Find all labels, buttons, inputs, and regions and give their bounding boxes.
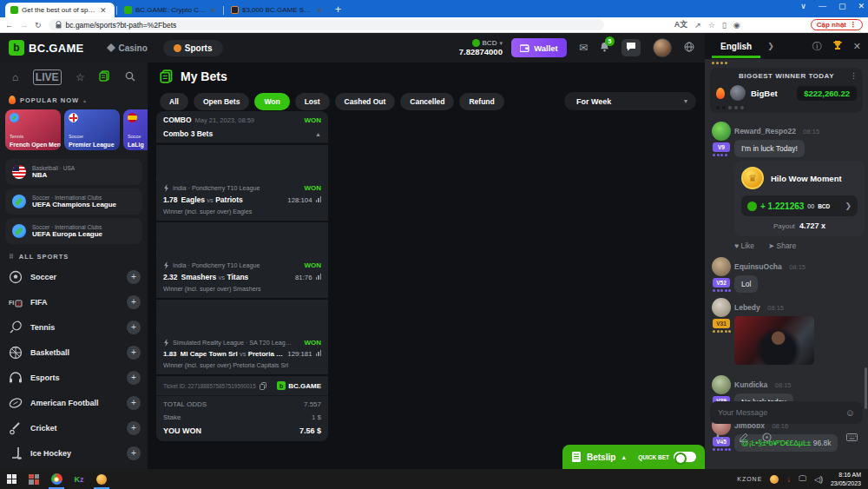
expand-plus-button[interactable]: +	[127, 320, 141, 334]
browser-tab[interactable]: $3,000 BC.GAME SPORTS PARLA ✕	[226, 3, 328, 17]
hilo-amount-row[interactable]: + 1.221263 00 BCD ❯	[741, 195, 858, 216]
avatar[interactable]	[712, 257, 731, 276]
sidebar-item-soccer[interactable]: Soccer +	[0, 264, 148, 289]
my-bets-icon[interactable]	[99, 70, 110, 84]
bookmark-star-icon[interactable]: ☆	[708, 21, 715, 30]
carousel-dots[interactable]	[716, 106, 857, 109]
expand-plus-button[interactable]: +	[127, 446, 141, 460]
combo-toggle[interactable]: Combo 3 Bets ▲	[156, 127, 328, 143]
user-avatar[interactable]	[653, 38, 672, 57]
chat-message-input[interactable]	[718, 408, 839, 417]
tab-all[interactable]: All	[160, 93, 188, 110]
stats-icon[interactable]	[316, 196, 322, 202]
tab-lost[interactable]: Lost	[295, 93, 330, 110]
stats-icon[interactable]	[316, 350, 322, 356]
popular-card-laliga[interactable]: Socce LaLig	[123, 109, 148, 150]
tab-cashed-out[interactable]: Cashed Out	[335, 93, 396, 110]
sidebar-item-tennis[interactable]: Tennis +	[0, 314, 148, 340]
info-icon[interactable]: ⓘ	[812, 40, 822, 53]
refresh-icon[interactable]: ↻	[35, 21, 42, 30]
message-username[interactable]: EquinsuOcha	[734, 262, 782, 271]
maximize-button[interactable]: ▢	[838, 2, 846, 10]
league-item-ucl[interactable]: Soccer · International Clubs UEFA Champi…	[5, 188, 142, 215]
sidebar-item-fifa[interactable]: FI21 FIFA +	[0, 289, 148, 314]
tab-won[interactable]: Won	[254, 93, 289, 110]
coin-app-icon[interactable]	[90, 469, 113, 489]
avatar[interactable]	[712, 375, 731, 394]
tab-open-bets[interactable]: Open Bets	[194, 93, 250, 110]
expand-plus-button[interactable]: +	[127, 371, 141, 385]
trophy-icon[interactable]	[832, 40, 843, 52]
search-icon[interactable]	[125, 71, 135, 84]
taskbar-app-icon[interactable]	[23, 469, 45, 489]
close-icon[interactable]: ✕	[853, 41, 861, 52]
chevron-right-icon[interactable]: ❯	[767, 42, 774, 50]
expand-plus-button[interactable]: +	[127, 421, 141, 435]
kebab-menu-icon[interactable]: ⋮	[850, 71, 858, 80]
avatar[interactable]	[712, 122, 731, 141]
league-item-uel[interactable]: Soccer · International Clubs UEFA Europa…	[5, 218, 142, 244]
quick-bet-toggle[interactable]	[674, 452, 696, 462]
avatar[interactable]	[712, 298, 731, 317]
url-bar[interactable]: bc.game/sports?bt-path=%2Fbets	[49, 19, 604, 30]
keyboard-icon[interactable]	[846, 433, 858, 443]
chrome-taskbar-icon[interactable]	[45, 469, 68, 489]
winner-row[interactable]: BigBet $222,260.22	[716, 85, 857, 101]
wallet-button[interactable]: Wallet	[511, 38, 567, 57]
sidebar-item-ice-hockey[interactable]: Ice Hockey +	[0, 440, 148, 466]
like-button[interactable]: ♥ Like	[734, 241, 754, 250]
betslip-bar[interactable]: Betslip ▲ QUICK BET	[562, 445, 705, 469]
balance-display[interactable]: BCD ▾ 7.82874000	[459, 39, 503, 56]
stats-icon[interactable]	[316, 274, 322, 280]
favorites-star-icon[interactable]: ☆	[76, 71, 85, 83]
network-icon[interactable]: 🖵	[799, 474, 806, 484]
expand-plus-button[interactable]: +	[127, 295, 141, 309]
notifications-bell-icon[interactable]: 5	[600, 42, 609, 55]
new-tab-button[interactable]: +	[335, 3, 341, 16]
tray-download-icon[interactable]: ↓	[786, 474, 791, 484]
chat-scrollbar[interactable]	[865, 367, 867, 409]
sidebar-item-american-football[interactable]: American Football +	[0, 390, 148, 415]
chat-gif[interactable]	[734, 316, 814, 365]
bcgame-logo[interactable]: b BC.GAME	[9, 40, 84, 56]
home-icon[interactable]: ⌂	[12, 71, 18, 83]
tab-cancelled[interactable]: Cancelled	[400, 93, 454, 110]
tab-search-icon[interactable]: ∨	[800, 2, 806, 10]
back-icon[interactable]: ←	[5, 21, 13, 30]
sidebar-item-cricket[interactable]: Cricket +	[0, 415, 148, 440]
translate-icon[interactable]: A文	[674, 19, 688, 30]
browser-update-button[interactable]: Cập nhật ⋮	[811, 19, 863, 30]
browser-tab-active[interactable]: Get the best out of sports bettin ✕	[5, 3, 115, 17]
tab-close-icon[interactable]: ✕	[316, 6, 323, 15]
message-username[interactable]: Lebedy	[734, 303, 760, 312]
globe-icon[interactable]	[684, 42, 694, 55]
profile-icon[interactable]: ◉	[733, 21, 740, 30]
message-username[interactable]: Reward_Respo22	[734, 127, 796, 135]
sidebar-item-basketball[interactable]: Basketball +	[0, 340, 148, 365]
side-panel-icon[interactable]: ▯	[722, 21, 727, 30]
league-item-nba[interactable]: Basketball · USA NBA	[5, 159, 142, 185]
message-username[interactable]: Kundicka	[734, 380, 767, 389]
expand-plus-button[interactable]: +	[127, 396, 141, 410]
nav-casino[interactable]: Casino	[107, 43, 148, 53]
minimize-button[interactable]: —	[819, 2, 826, 10]
chat-toggle-icon[interactable]	[621, 39, 641, 56]
forward-icon[interactable]: →	[20, 21, 28, 30]
popular-card-french-open[interactable]: Tennis French Open Men	[5, 109, 61, 150]
popular-now-header[interactable]: POPULAR NOW ▴	[0, 90, 148, 108]
chat-language-tab[interactable]: English	[712, 35, 760, 58]
popular-card-premier-league[interactable]: Soccer Premier League	[64, 109, 120, 150]
tab-refund[interactable]: Refund	[459, 93, 503, 110]
expand-plus-button[interactable]: +	[127, 346, 141, 360]
nav-sports[interactable]: Sports	[163, 40, 223, 56]
start-button[interactable]	[0, 469, 23, 489]
emoji-icon[interactable]: ☺	[845, 407, 855, 418]
expand-plus-button[interactable]: +	[127, 270, 141, 284]
browser-tab[interactable]: BC.GAME: Crypto Casino Games ✕	[119, 3, 221, 17]
period-dropdown[interactable]: For Week ▾	[564, 92, 696, 110]
hilo-share-card[interactable]: Hilo Wow Moment + 1.221263 00 BCD ❯ Payo…	[734, 161, 865, 236]
share-icon[interactable]: ↗	[694, 21, 701, 30]
close-button[interactable]: ✕	[858, 2, 865, 10]
tab-close-icon[interactable]: ✕	[100, 6, 107, 15]
kz-app-icon[interactable]: Kz	[68, 469, 90, 489]
